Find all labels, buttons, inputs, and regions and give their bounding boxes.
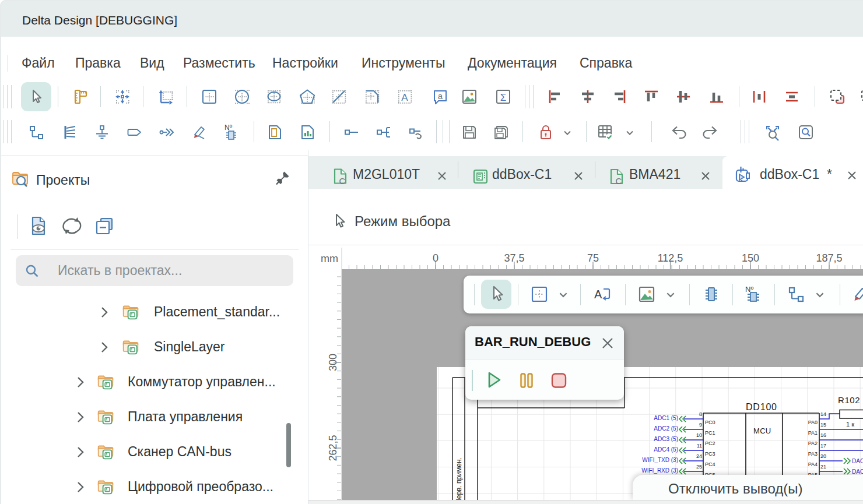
svg-text:a: a <box>438 91 443 101</box>
svg-text:A: A <box>594 288 602 301</box>
svg-text:Σ: Σ <box>500 92 507 103</box>
svg-text:A: A <box>401 92 408 103</box>
svg-text:C: C <box>616 176 622 185</box>
svg-text:Nº: Nº <box>224 124 233 132</box>
svg-text:C: C <box>339 176 346 186</box>
